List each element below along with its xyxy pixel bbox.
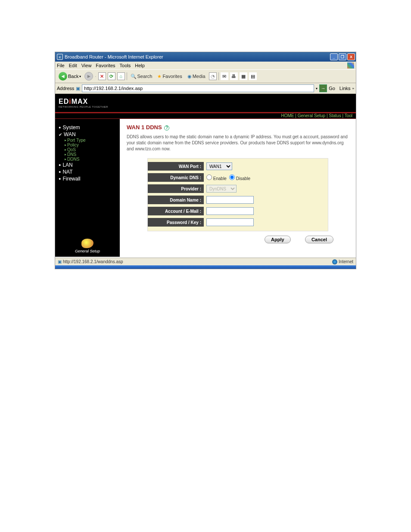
page-description: DDNS allows users to map the static doma… xyxy=(127,134,349,152)
label-dynamic-dns: Dynamic DNS : xyxy=(148,173,204,182)
sidebar-item-lan[interactable]: ●LAN xyxy=(59,162,116,168)
label-password: Password / Key : xyxy=(148,218,204,227)
radio-disable[interactable] xyxy=(229,174,235,180)
back-icon: ◄ xyxy=(59,72,67,81)
forward-button[interactable]: ► xyxy=(84,72,93,81)
main-panel: WAN 1 DDNS ? DDNS allows users to map th… xyxy=(120,119,356,257)
label-wan-port: WAN Port : xyxy=(148,162,204,171)
stop-icon: ✕ xyxy=(100,74,104,79)
discuss-button[interactable]: ▤ xyxy=(249,72,257,80)
windows-flag-icon xyxy=(347,62,354,68)
go-label: Go xyxy=(329,86,335,91)
mail-button[interactable]: ✉ xyxy=(221,72,228,80)
domain-name-input[interactable] xyxy=(206,196,254,204)
home-icon: ⌂ xyxy=(119,74,122,79)
globe-icon xyxy=(81,239,93,248)
close-button[interactable]: X xyxy=(347,53,355,60)
page-icon: ▣ xyxy=(76,86,80,91)
logo: EDiMAX xyxy=(59,98,88,105)
tab-status[interactable]: Status xyxy=(329,113,341,118)
radio-enable-label[interactable]: Enable xyxy=(206,174,227,181)
address-dropdown[interactable]: ▾ xyxy=(316,87,318,90)
radio-enable[interactable] xyxy=(206,174,212,180)
general-setup-icon: General Setup xyxy=(55,239,120,253)
search-button[interactable]: 🔍Search xyxy=(129,73,154,80)
internet-zone-icon xyxy=(332,259,337,264)
sidebar-item-nat[interactable]: ●NAT xyxy=(59,168,116,175)
favorites-button[interactable]: ★Favorites xyxy=(156,73,184,80)
taskbar-strip xyxy=(55,265,356,269)
tab-home[interactable]: HOME xyxy=(281,113,294,118)
refresh-icon: ⟳ xyxy=(109,74,113,79)
menu-view[interactable]: View xyxy=(81,63,92,68)
logo-subtitle: NETWORKING PEOPLE TOGETHER xyxy=(59,106,108,108)
status-url: http://192.168.2.1/wanddns.asp xyxy=(63,259,123,264)
addressbar: Address ▣ ▾ → Go Links » xyxy=(55,83,356,94)
window-title: Broadband Router - Microsoft Internet Ex… xyxy=(65,54,163,59)
back-button[interactable]: ◄ Back ▾ xyxy=(57,71,83,81)
media-button[interactable]: ◉Media xyxy=(186,73,207,80)
edit-button[interactable]: ▦ xyxy=(240,72,247,80)
tab-strip: HOME | General Setup | Status | Tool xyxy=(55,112,356,119)
sidebar-sub-dns[interactable]: ▸DNS xyxy=(59,152,116,157)
history-button[interactable]: ◔ xyxy=(209,72,217,80)
search-icon: 🔍 xyxy=(131,74,137,79)
media-icon: ◉ xyxy=(187,74,192,79)
browser-window: e Broadband Router - Microsoft Internet … xyxy=(55,52,356,269)
help-icon[interactable]: ? xyxy=(164,125,169,131)
address-input[interactable] xyxy=(82,84,314,92)
star-icon: ★ xyxy=(157,74,162,79)
cancel-button[interactable]: Cancel xyxy=(305,236,333,243)
statusbar: ▣ http://192.168.2.1/wanddns.asp Interne… xyxy=(55,258,356,265)
wan-port-select[interactable]: WAN1 xyxy=(206,162,232,170)
menu-favorites[interactable]: Favorites xyxy=(96,63,115,68)
sidebar-sub-port-type[interactable]: ▸Port Type xyxy=(59,138,116,143)
chevron-down-icon: ▾ xyxy=(79,75,81,78)
label-domain-name: Domain Name : xyxy=(148,196,204,204)
provider-select[interactable]: DynDNS xyxy=(206,185,237,193)
page-title: WAN 1 DDNS ? xyxy=(127,124,349,131)
menu-edit[interactable]: Edit xyxy=(69,63,77,68)
stop-button[interactable]: ✕ xyxy=(98,72,106,80)
toolbar: ◄ Back ▾ ► · ✕ ⟳ ⌂ 🔍Search ★Favorites ◉M… xyxy=(55,69,356,83)
links-label[interactable]: Links xyxy=(339,86,351,91)
menu-tools[interactable]: Tools xyxy=(120,63,131,68)
label-provider: Provider : xyxy=(148,184,204,193)
tab-tool[interactable]: Tool xyxy=(345,113,352,118)
menu-file[interactable]: File xyxy=(57,63,65,68)
app-header: EDiMAX NETWORKING PEOPLE TOGETHER xyxy=(55,94,356,112)
address-label: Address xyxy=(57,86,74,91)
home-button[interactable]: ⌂ xyxy=(117,72,125,80)
minimize-button[interactable]: _ xyxy=(330,53,338,60)
account-input[interactable] xyxy=(206,207,254,215)
tab-general-setup[interactable]: General Setup xyxy=(298,113,326,118)
sidebar-sub-qos[interactable]: ▸QoS xyxy=(59,147,116,152)
go-button[interactable]: → xyxy=(319,84,327,92)
label-account: Account / E-Mail : xyxy=(148,207,204,215)
page-icon-small: ▣ xyxy=(58,259,62,264)
sidebar-sub-policy[interactable]: ▸Policy xyxy=(59,143,116,147)
internet-zone-label: Internet xyxy=(339,259,353,264)
content-area: EDiMAX NETWORKING PEOPLE TOGETHER HOME |… xyxy=(55,94,356,258)
apply-button[interactable]: Apply xyxy=(265,236,291,243)
print-button[interactable]: 🖶 xyxy=(230,72,238,80)
maximize-button[interactable]: ❐ xyxy=(339,53,346,60)
ie-icon: e xyxy=(57,54,63,60)
menu-help[interactable]: Help xyxy=(135,63,145,68)
radio-disable-label[interactable]: Disable xyxy=(229,174,250,181)
menubar: File Edit View Favorites Tools Help xyxy=(55,62,356,69)
sidebar-item-wan[interactable]: ✔WAN xyxy=(59,131,116,138)
sidebar-sub-ddns[interactable]: ▸DDNS xyxy=(59,157,116,162)
password-input[interactable] xyxy=(206,218,254,226)
sidebar: ●System ✔WAN ▸Port Type ▸Policy ▸QoS ▸DN… xyxy=(55,119,120,257)
sidebar-item-firewall[interactable]: ●Firewall xyxy=(59,175,116,182)
titlebar: e Broadband Router - Microsoft Internet … xyxy=(55,52,356,62)
refresh-button[interactable]: ⟳ xyxy=(108,72,115,80)
form-area: WAN Port : WAN1 Dynamic DNS : Enable Dis… xyxy=(147,158,328,231)
sidebar-item-system[interactable]: ●System xyxy=(59,124,116,131)
